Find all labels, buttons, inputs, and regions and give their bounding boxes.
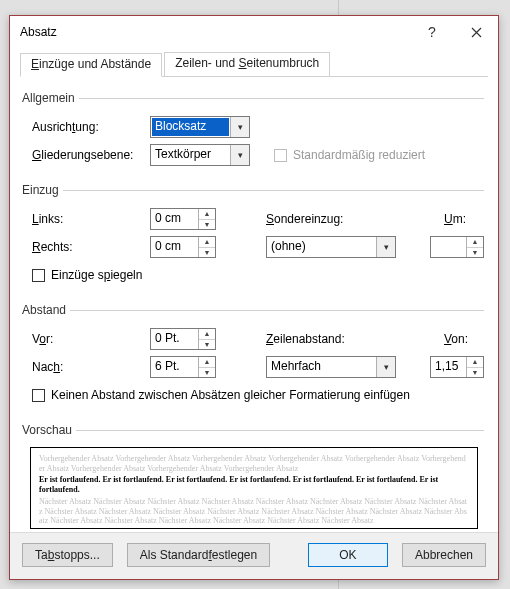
close-button[interactable] [454,17,498,47]
spin-up-icon[interactable]: ▲ [199,209,215,220]
left-indent-label: Links: [24,212,150,226]
group-indent: Einzug Links: 0 cm ▲▼ Sondereinzug: Um: [24,183,484,295]
chevron-down-icon: ▾ [376,357,395,377]
group-general-label: Allgemein [22,91,79,105]
mirror-indents-checkbox[interactable]: Einzüge spiegeln [24,268,142,282]
tab-line-page-breaks[interactable]: Zeilen- und Seitenumbruch [164,52,330,76]
spin-down-icon[interactable]: ▼ [467,368,483,378]
set-default-button[interactable]: Als Standard festlegen [127,543,270,567]
preview-prev-text: Vorhergehender Absatz Vorhergehender Abs… [39,454,469,473]
dialog-title: Absatz [20,25,410,39]
preview-current-text: Er ist fortlaufend. Er ist fortlaufend. … [39,475,469,495]
paragraph-dialog: Absatz ? Einzüge und Abstände Zeilen- un… [9,15,499,580]
titlebar: Absatz ? [10,16,498,48]
spin-up-icon[interactable]: ▲ [467,237,483,248]
group-preview: Vorschau Vorhergehender Absatz Vorhergeh… [24,423,484,532]
dialog-body: Allgemein Ausrichtung: Blocksatz ▾ Glied… [10,77,498,532]
at-spinner[interactable]: 1,15 ▲▼ [430,356,484,378]
group-general: Allgemein Ausrichtung: Blocksatz ▾ Glied… [24,91,484,175]
right-indent-label: Rechts: [24,240,150,254]
special-indent-label: Sondereinzug: [266,212,376,226]
alignment-label: Ausrichtung: [24,120,150,134]
spin-up-icon[interactable]: ▲ [467,357,483,368]
checkbox-box [274,149,287,162]
checkbox-box [32,269,45,282]
group-spacing: Abstand Vor: 0 Pt. ▲▼ Zeilenabstand: Von… [24,303,484,415]
group-spacing-label: Abstand [22,303,70,317]
left-indent-spinner[interactable]: 0 cm ▲▼ [150,208,216,230]
chevron-down-icon: ▾ [376,237,395,257]
after-label: Nach: [24,360,150,374]
linespacing-label: Zeilenabstand: [266,332,376,346]
no-space-label: Keinen Abstand zwischen Absätzen gleiche… [51,388,410,402]
linespacing-select[interactable]: Mehrfach ▾ [266,356,396,378]
spin-down-icon[interactable]: ▼ [199,340,215,350]
spin-down-icon[interactable]: ▼ [199,368,215,378]
before-label: Vor: [24,332,150,346]
at-label: Von: [444,332,484,346]
tabstrip: Einzüge und Abstände Zeilen- und Seitenu… [20,52,488,77]
cancel-button[interactable]: Abbrechen [402,543,486,567]
spin-down-icon[interactable]: ▼ [199,248,215,258]
collapsed-checkbox: Standardmäßig reduziert [266,148,425,162]
help-button[interactable]: ? [410,17,454,47]
right-indent-spinner[interactable]: 0 cm ▲▼ [150,236,216,258]
spin-up-icon[interactable]: ▲ [199,237,215,248]
spin-up-icon[interactable]: ▲ [199,329,215,340]
mirror-indents-label: Einzüge spiegeln [51,268,142,282]
close-icon [471,27,482,38]
tabstops-button[interactable]: Tabstopps... [22,543,113,567]
dialog-footer: Tabstopps... Als Standard festlegen OK A… [10,532,498,579]
spin-down-icon[interactable]: ▼ [199,220,215,230]
after-spinner[interactable]: 6 Pt. ▲▼ [150,356,216,378]
preview-box: Vorhergehender Absatz Vorhergehender Abs… [30,447,478,529]
group-indent-label: Einzug [22,183,63,197]
checkbox-box [32,389,45,402]
tab-indent-spacing[interactable]: Einzüge und Abstände [20,53,162,77]
alignment-select[interactable]: Blocksatz ▾ [150,116,250,138]
ok-button[interactable]: OK [308,543,388,567]
spin-up-icon[interactable]: ▲ [199,357,215,368]
preview-next-text: Nächster Absatz Nächster Absatz Nächster… [39,497,469,526]
chevron-down-icon: ▾ [230,145,249,165]
no-space-same-style-checkbox[interactable]: Keinen Abstand zwischen Absätzen gleiche… [24,388,410,402]
spin-down-icon[interactable]: ▼ [467,248,483,258]
by-spinner[interactable]: ▲▼ [430,236,484,258]
by-label: Um: [444,212,484,226]
outline-select[interactable]: Textkörper ▾ [150,144,250,166]
chevron-down-icon: ▾ [230,117,249,137]
collapsed-label: Standardmäßig reduziert [293,148,425,162]
special-indent-select[interactable]: (ohne) ▾ [266,236,396,258]
group-preview-label: Vorschau [22,423,76,437]
outline-label: Gliederungsebene: [24,148,150,162]
before-spinner[interactable]: 0 Pt. ▲▼ [150,328,216,350]
